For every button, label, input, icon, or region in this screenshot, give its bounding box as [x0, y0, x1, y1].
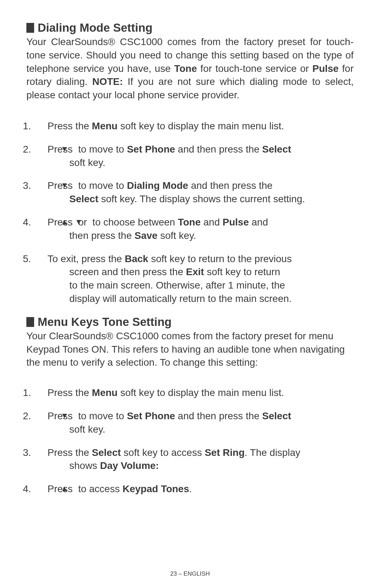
step-text: soft key to return	[204, 266, 280, 277]
step-text: and then press the	[188, 180, 273, 191]
step-bold: Select	[262, 410, 291, 421]
step-item: 4.Press ▲ to access Keypad Tones.	[38, 482, 354, 496]
step-item: 2.Press ▼ to move to Set Phone and then …	[38, 143, 354, 169]
step-bold: Pulse	[223, 217, 249, 228]
page-footer: 23 – ENGLISH	[0, 570, 380, 577]
step-text: shows	[69, 460, 100, 471]
bullet-square-icon	[26, 317, 34, 327]
intro-note-label: NOTE:	[92, 76, 123, 87]
step-text: .	[189, 483, 192, 494]
intro-text: for touch-tone service or	[197, 63, 312, 74]
step-text: to choose between	[90, 217, 178, 228]
step-number: 5.	[38, 252, 48, 266]
step-item: 4.Press ▲ or ▼ to choose between Tone an…	[38, 216, 354, 242]
step-text: to move to	[75, 144, 127, 155]
intro-bold-tone: Tone	[174, 63, 197, 74]
step-text: to move to	[75, 410, 127, 421]
step-bold: Day Volume:	[100, 460, 159, 471]
intro-paragraph-2: Your ClearSounds® CSC1000 comes from the…	[26, 329, 354, 369]
step-item: 5.To exit, press the Back soft key to re…	[38, 252, 354, 305]
step-number: 1.	[38, 386, 48, 400]
step-text: soft key. The display shows the current …	[99, 193, 305, 204]
step-item: 2.Press ▼ to move to Set Phone and then …	[38, 409, 354, 436]
step-bold: Tone	[178, 217, 201, 228]
step-text: and then press the	[175, 144, 262, 155]
step-text: Press the	[48, 447, 92, 458]
step-continuation: display will automatically return to the…	[52, 292, 354, 305]
step-bold: Select	[92, 447, 121, 458]
step-item: 3.Press the Select soft key to access Se…	[38, 446, 354, 473]
step-continuation: to the main screen. Otherwise, after 1 m…	[52, 279, 354, 292]
step-bold: Set Ring	[205, 447, 245, 458]
step-bold: Dialing Mode	[127, 180, 188, 191]
step-number: 3.	[38, 446, 48, 459]
step-bold: Menu	[92, 120, 118, 131]
step-bold: Menu	[92, 387, 118, 398]
step-bold: Save	[134, 230, 157, 241]
step-text: screen and then press the	[69, 266, 186, 277]
step-text: Press the	[48, 120, 92, 131]
step-number: 4.	[38, 482, 48, 496]
step-bold: Back	[125, 253, 148, 264]
step-text: and	[249, 217, 268, 228]
step-continuation: soft key.	[52, 423, 354, 436]
steps-list-2: 1.Press the Menu soft key to display the…	[38, 386, 354, 496]
step-number: 2.	[38, 409, 48, 423]
step-continuation: Select soft key. The display shows the c…	[52, 192, 354, 206]
step-text: soft key to access	[121, 447, 205, 458]
step-bold: Select	[69, 193, 99, 204]
step-text: soft key to display the main menu list.	[118, 387, 284, 398]
step-number: 2.	[38, 143, 48, 156]
intro-bold-pulse: Pulse	[312, 63, 339, 74]
step-number: 1.	[38, 119, 48, 133]
step-bold: Select	[262, 144, 291, 155]
step-number: 4.	[38, 216, 48, 229]
step-text: and	[201, 217, 222, 228]
step-bold: Set Phone	[127, 410, 175, 421]
step-text: soft key to return to the previous	[148, 253, 292, 264]
step-text: then press the	[69, 230, 134, 241]
step-bold: Set Phone	[127, 144, 175, 155]
step-continuation: shows Day Volume:	[52, 459, 354, 472]
step-text: To exit, press the	[48, 253, 125, 264]
step-text: and then press the	[175, 410, 262, 421]
heading-text: Menu Keys Tone Setting	[38, 315, 172, 329]
step-text: soft key.	[158, 230, 196, 241]
intro-paragraph-1: Your ClearSounds® CSC1000 comes from the…	[26, 35, 354, 102]
steps-list-1: 1.Press the Menu soft key to display the…	[38, 119, 354, 305]
step-text: Press the	[48, 387, 92, 398]
step-item: 3.Press ▼ to move to Dialing Mode and th…	[38, 179, 354, 206]
section-heading-dialing-mode: Dialing Mode Setting	[26, 21, 354, 35]
step-continuation: screen and then press the Exit soft key …	[52, 265, 354, 279]
step-bold: Exit	[186, 266, 204, 277]
step-item: 1.Press the Menu soft key to display the…	[38, 119, 354, 133]
step-bold: Keypad Tones	[122, 483, 189, 494]
step-text: to access	[75, 483, 122, 494]
bullet-square-icon	[26, 23, 34, 33]
step-number: 3.	[38, 179, 48, 192]
step-text: soft key to display the main menu list.	[118, 120, 284, 131]
section-heading-menu-keys: Menu Keys Tone Setting	[26, 315, 354, 329]
step-continuation: then press the Save soft key.	[52, 229, 354, 242]
heading-text: Dialing Mode Setting	[38, 21, 152, 35]
step-text: to move to	[75, 180, 127, 191]
step-continuation: soft key.	[52, 156, 354, 169]
step-text: . The display	[245, 447, 300, 458]
step-item: 1.Press the Menu soft key to display the…	[38, 386, 354, 400]
